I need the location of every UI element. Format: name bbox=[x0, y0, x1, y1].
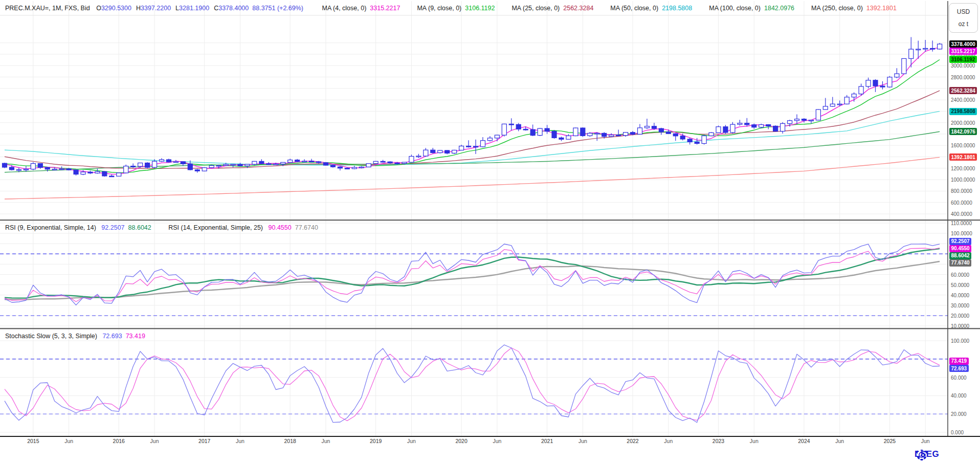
panel-separators bbox=[0, 1, 980, 437]
axis-tick-label: 1600.0000 bbox=[951, 143, 975, 148]
axis-tick-label: 50.0000 bbox=[951, 282, 969, 288]
currency-label: USD bbox=[957, 8, 970, 15]
ma-value: 1392.1801 bbox=[866, 5, 897, 12]
chart-window: PREC.M.XAU=, 1M, FXS, Bid O3290.5300H339… bbox=[0, 0, 980, 463]
rsi-fast-label: RSI (9, Exponential, Simple, 14) bbox=[5, 224, 96, 231]
chart-legend: PREC.M.XAU=, 1M, FXS, Bid O3290.5300H339… bbox=[5, 3, 897, 14]
ma-label: MA (100, close, 0) bbox=[709, 5, 761, 12]
stoch-value: 73.419 bbox=[126, 333, 145, 340]
ma-legend: MA (4, close, 0)3315.2217MA (9, close, 0… bbox=[305, 5, 897, 12]
axis-tick-label: 40.000 bbox=[951, 393, 967, 399]
x-axis-label: 2022 bbox=[627, 438, 638, 444]
axis-tick-label: 10.0000 bbox=[951, 323, 969, 329]
stoch-label: Stochastic Slow (5, 3, 3, Simple) bbox=[5, 333, 97, 340]
axis-tick-label: 30.0000 bbox=[951, 302, 969, 308]
stochastic-lines bbox=[5, 345, 940, 423]
axis-tick-label: 400.0000 bbox=[951, 211, 972, 216]
axis-value-badge: 1842.0976 bbox=[949, 128, 977, 135]
axis-tick-label: 60.0000 bbox=[951, 272, 969, 277]
rsi-value: 88.6042 bbox=[128, 224, 151, 231]
axis-value-badge: 88.6042 bbox=[949, 252, 971, 259]
axis-tick-label: 100.0000 bbox=[951, 231, 972, 236]
x-axis-label: 2018 bbox=[284, 438, 296, 444]
axis-tick-label: 1200.0000 bbox=[951, 165, 975, 171]
rsi-value: 90.4550 bbox=[269, 224, 292, 231]
ohlc-value: 3281.1900 bbox=[179, 5, 209, 12]
x-axis-label: 2017 bbox=[198, 438, 210, 444]
axis-value-badge: 1392.1801 bbox=[949, 153, 977, 161]
axis-tick-label: 20.000 bbox=[951, 411, 967, 417]
ohlc-value: 3290.5300 bbox=[101, 5, 131, 12]
axis-tick-label: 2400.0000 bbox=[951, 97, 975, 103]
axis-tick-label: 0.000 bbox=[951, 430, 964, 435]
axis-tick-label: 40.0000 bbox=[951, 292, 969, 298]
x-axis-label: Jun bbox=[236, 438, 244, 444]
x-axis-label: 2025 bbox=[884, 438, 896, 444]
ma-legend-item[interactable]: MA (50, close, 0)2198.5808 bbox=[607, 5, 692, 12]
x-axis-label: Jun bbox=[64, 438, 73, 444]
x-axis-label: Jun bbox=[664, 438, 673, 444]
axis-tick-label: 800.0000 bbox=[951, 188, 972, 194]
axis-value-badge: 92.2507 bbox=[949, 238, 971, 245]
rsi-value: 92.2507 bbox=[101, 224, 124, 231]
axis-value-badge: 77.6740 bbox=[949, 259, 971, 267]
chart-canvas[interactable] bbox=[0, 0, 980, 463]
x-axis-label: 2023 bbox=[712, 438, 724, 444]
x-axis-label: Jun bbox=[407, 438, 416, 444]
axis-value-badge: 3106.1192 bbox=[949, 56, 977, 63]
ma-label: MA (9, close, 0) bbox=[417, 5, 461, 12]
axis-tick-label: 110.0000 bbox=[951, 221, 972, 226]
axis-value-badge: 90.4550 bbox=[949, 245, 971, 252]
lseg-logo[interactable]: LSEG bbox=[915, 449, 939, 459]
ma-value: 2198.5808 bbox=[662, 5, 692, 12]
axis-value-badge: 3378.4000 bbox=[949, 40, 977, 48]
ma-legend-item[interactable]: MA (250, close, 0)1392.1801 bbox=[808, 5, 897, 12]
x-axis-label: 2024 bbox=[798, 438, 810, 444]
lseg-crest-icon bbox=[915, 449, 929, 461]
x-axis-label: Jun bbox=[835, 438, 844, 444]
stoch-legend[interactable]: Stochastic Slow (5, 3, 3, Simple) 72.693… bbox=[5, 333, 145, 340]
ma-value: 3106.1192 bbox=[465, 5, 495, 12]
axis-tick-label: 60.000 bbox=[951, 374, 967, 380]
x-axis-label: 2015 bbox=[27, 438, 39, 444]
ohlc-letter: H bbox=[136, 5, 141, 12]
candlesticks bbox=[3, 37, 942, 177]
ma-value: 1842.0976 bbox=[764, 5, 794, 12]
ma-legend-item[interactable]: MA (100, close, 0)1842.0976 bbox=[705, 5, 794, 12]
ma-label: MA (25, close, 0) bbox=[511, 5, 560, 12]
rsi-legend[interactable]: RSI (9, Exponential, Simple, 14) 92.2507… bbox=[5, 224, 318, 231]
ma-value: 3315.2217 bbox=[370, 5, 400, 12]
ma-label: MA (50, close, 0) bbox=[610, 5, 658, 12]
ma-legend-item[interactable]: MA (25, close, 0)2562.3284 bbox=[508, 5, 593, 12]
axis-tick-label: 20.0000 bbox=[951, 313, 969, 318]
unit-label: oz t bbox=[959, 20, 968, 28]
x-axis-label: Jun bbox=[750, 438, 759, 444]
ma-lines bbox=[5, 48, 940, 199]
x-axis-label: 2019 bbox=[370, 438, 382, 444]
stoch-value: 72.693 bbox=[102, 333, 122, 340]
x-axis-label: Jun bbox=[322, 438, 330, 444]
ma-value: 2562.3284 bbox=[563, 5, 593, 12]
axis-tick-label: 2000.0000 bbox=[951, 120, 975, 125]
axis-tick-label: 2800.0000 bbox=[951, 74, 975, 80]
ohlc-readout[interactable]: O3290.5300H3397.2200L3281.1900C3378.4000… bbox=[92, 5, 303, 12]
rsi-value: 77.6740 bbox=[295, 224, 318, 231]
rsi-slow-label: RSI (14, Exponential, Simple, 25) bbox=[168, 224, 263, 231]
x-axis-label: Jun bbox=[493, 438, 501, 444]
ohlc-letter: C bbox=[214, 5, 218, 12]
ohlc-value: 3397.2200 bbox=[141, 5, 171, 12]
ma-legend-item[interactable]: MA (9, close, 0)3106.1192 bbox=[413, 5, 495, 12]
ohlc-value: 3378.4000 bbox=[218, 5, 249, 12]
axis-value-badge: 73.419 bbox=[949, 358, 969, 365]
x-axis-label: 2021 bbox=[541, 438, 553, 444]
axis-tick-label: 3000.0000 bbox=[951, 63, 975, 69]
x-axis-label: 2016 bbox=[113, 438, 125, 444]
axis-value-badge: 72.693 bbox=[949, 365, 969, 372]
unit-selector[interactable]: USD oz t bbox=[949, 3, 978, 33]
ma-label: MA (250, close, 0) bbox=[811, 5, 863, 12]
axis-tick-label: 600.0000 bbox=[951, 200, 972, 205]
x-axis-label: Jun bbox=[150, 438, 159, 444]
ohlc-letter: O bbox=[96, 5, 101, 12]
ma-legend-item[interactable]: MA (4, close, 0)3315.2217 bbox=[319, 5, 400, 12]
instrument-title[interactable]: PREC.M.XAU=, 1M, FXS, Bid bbox=[5, 5, 90, 12]
